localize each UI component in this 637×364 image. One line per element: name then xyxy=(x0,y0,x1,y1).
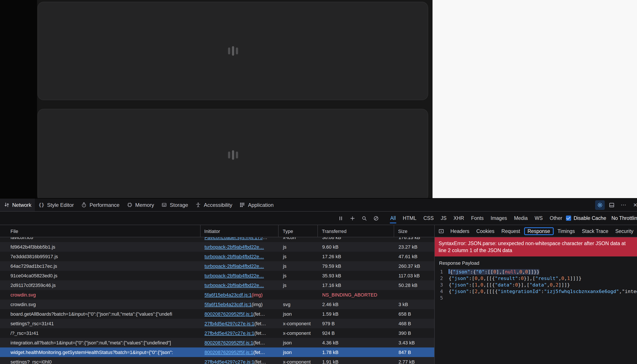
throttling-select[interactable]: No Throttling xyxy=(611,216,637,221)
pause-icon[interactable] xyxy=(336,213,345,223)
code-line-text: {"json":{"0":[[0],[null,0,0]]}} xyxy=(449,269,540,275)
initiator-link[interactable]: 27fb4d5e4297c27e.js:1 xyxy=(204,330,254,336)
line-number: 2 xyxy=(435,275,449,282)
column-header-file[interactable]: File xyxy=(0,225,200,237)
initiator-link[interactable]: turbopack-2bf9ab4fbd22e… xyxy=(204,254,264,259)
filter-fonts[interactable]: Fonts xyxy=(468,212,487,225)
transferred-cell: 35.93 kB xyxy=(318,271,394,280)
request-row[interactable]: settings?_rsc=i0hl027fb4d5e4297c27e.js:1… xyxy=(0,357,434,364)
tool-tab-label: Memory xyxy=(135,202,154,208)
file-cell: favicon.ico xyxy=(0,237,200,242)
error-banner: SyntaxError: JSON.parse: unexpected non-… xyxy=(435,237,637,256)
details-tab-timings[interactable]: Timings xyxy=(554,227,578,235)
code-line-text: {"json":[2,0,[[[{"integrationId":"izj5fw… xyxy=(449,288,637,295)
initiator-link[interactable]: turbopack-2bf9ab4fbd22e… xyxy=(204,244,264,250)
details-tab-bar: HeadersCookiesRequestResponseTimingsStac… xyxy=(435,225,637,237)
file-cell: integration.all?batch=1&input={"0":{"jso… xyxy=(0,338,200,348)
file-cell: settings?_rsc=31r41 xyxy=(0,319,200,328)
devtools-panel: Network{}Style EditorPerformanceMemorySt… xyxy=(0,198,637,364)
size-cell: 50.28 kB xyxy=(394,280,434,290)
type-cell: js xyxy=(279,280,318,290)
filter-js[interactable]: JS xyxy=(437,212,450,225)
filter-other[interactable]: Other xyxy=(546,212,566,225)
initiator-link[interactable]: 27fb4d5e4297c27e.js:1 xyxy=(204,321,254,326)
tool-tab-label: Application xyxy=(248,202,274,208)
details-tab-security[interactable]: Security xyxy=(612,227,636,235)
column-header-size[interactable]: Size xyxy=(394,225,434,237)
disable-cache-label: Disable Cache xyxy=(574,216,606,221)
request-row[interactable]: crowdin.svg5fa6f15eb4a23cdf.js:1 (img)sv… xyxy=(0,300,434,309)
checkbox-checked-icon xyxy=(566,216,571,221)
initiator-suffix: (img) xyxy=(252,302,263,307)
initiator-link[interactable]: 5fa6f15eb4a23cdf.js:1 xyxy=(204,302,252,307)
filter-ws[interactable]: WS xyxy=(531,212,546,225)
initiator-link[interactable]: turbopack-2bf9ab4fbd22e… xyxy=(204,282,264,288)
tool-tab-performance[interactable]: Performance xyxy=(77,198,123,211)
details-tab-cookies[interactable]: Cookies xyxy=(473,227,498,235)
initiator-cell: turbopack-2bf9ab4fbd22e… xyxy=(200,242,279,252)
tool-tab-application[interactable]: Application xyxy=(236,198,277,211)
details-tab-headers[interactable]: Headers xyxy=(447,227,472,235)
column-header-type[interactable]: Type xyxy=(279,225,318,237)
request-row[interactable]: 2d9117c0f2359c46.jsturbopack-2bf9ab4fbd2… xyxy=(0,280,434,290)
block-icon[interactable] xyxy=(371,213,381,223)
request-row[interactable]: board.getAllBoards?batch=1&input={"0":{"… xyxy=(0,309,434,319)
play-box-icon[interactable] xyxy=(437,227,445,235)
search-icon[interactable] xyxy=(359,213,369,223)
initiator-link[interactable]: 8002087620952f5f.js:1 xyxy=(204,311,253,316)
initiator-cell: turbopack-2bf9ab4fbd22e… xyxy=(200,252,279,261)
filter-xhr[interactable]: XHR xyxy=(450,212,468,225)
tool-tab-memory[interactable]: Memory xyxy=(123,198,158,211)
tool-tab-style-editor[interactable]: {}Style Editor xyxy=(35,198,77,211)
plus-icon[interactable] xyxy=(347,213,357,223)
request-row[interactable]: crowdin.svg5fa6f15eb4a23cdf.js:1 (img)NS… xyxy=(0,290,434,300)
details-tab-request[interactable]: Request xyxy=(498,227,523,235)
type-cell: js xyxy=(279,261,318,271)
filter-html[interactable]: HTML xyxy=(399,212,420,225)
request-row[interactable]: 7e3ddd3816b95917.jsturbopack-2bf9ab4fbd2… xyxy=(0,252,434,261)
initiator-link[interactable]: 8002087620952f5f.js:1 xyxy=(204,350,253,355)
request-row[interactable]: 64ac729ad1bc17ec.jsturbopack-2bf9ab4fbd2… xyxy=(0,261,434,271)
transferred-cell: 924 B xyxy=(318,328,394,338)
loading-card xyxy=(38,109,428,198)
filter-css[interactable]: CSS xyxy=(420,212,437,225)
initiator-link[interactable]: 5fa6f15eb4a23cdf.js:1 xyxy=(204,292,252,298)
request-row[interactable]: /?_rsc=31r4127fb4d5e4297c27e.js:1 (fet…x… xyxy=(0,328,434,338)
initiator-link[interactable]: 8002087620952f5f.js:1 xyxy=(204,340,253,345)
screen: Network{}Style EditorPerformanceMemorySt… xyxy=(0,0,637,364)
disable-cache-checkbox[interactable]: Disable Cache xyxy=(566,216,606,221)
request-row[interactable]: widget.healthMonitoring.getSystemHealthS… xyxy=(0,348,434,357)
request-list[interactable]: favicon.icoFaviconLoader.sys.mjs:175 …x-… xyxy=(0,237,434,364)
request-row[interactable]: integration.all?batch=1&input={"0":{"jso… xyxy=(0,338,434,348)
tool-tab-storage[interactable]: Storage xyxy=(158,198,192,211)
initiator-link[interactable]: 27fb4d5e4297c27e.js:1 xyxy=(204,359,254,364)
line-number: 4 xyxy=(435,288,449,295)
type-cell: x-component xyxy=(279,319,318,328)
initiator-link[interactable]: FaviconLoader.sys.mjs:175 xyxy=(204,237,263,240)
split-console-icon[interactable] xyxy=(607,200,616,210)
meatball-menu-icon[interactable]: ⋯ xyxy=(619,200,628,210)
initiator-cell: 27fb4d5e4297c27e.js:1 (fet… xyxy=(200,328,279,338)
initiator-link[interactable]: turbopack-2bf9ab4fbd22e… xyxy=(204,264,264,269)
tool-tab-accessibility[interactable]: Accessibility xyxy=(192,198,236,211)
initiator-link[interactable]: turbopack-2bf9ab4fbd22e… xyxy=(204,273,264,278)
request-row[interactable]: settings?_rsc=31r4127fb4d5e4297c27e.js:1… xyxy=(0,319,434,328)
code-line: 2{"json":[0,0,[[{"result":0}],["result",… xyxy=(435,275,637,282)
details-tab-response[interactable]: Response xyxy=(524,227,554,235)
request-row[interactable]: fd9642b4f3bbb5b1.jsturbopack-2bf9ab4fbd2… xyxy=(0,242,434,252)
details-tab-stack-trace[interactable]: Stack Trace xyxy=(579,227,611,235)
filter-all[interactable]: All xyxy=(387,212,399,225)
tool-tab-network[interactable]: Network xyxy=(0,198,35,211)
request-list-pane: FileInitiatorTypeTransferredSize favicon… xyxy=(0,225,435,364)
filter-media[interactable]: Media xyxy=(511,212,531,225)
braces-icon: {} xyxy=(38,202,45,208)
filter-images[interactable]: Images xyxy=(487,212,510,225)
request-row[interactable]: 91ce04ca05823ed0.jsturbopack-2bf9ab4fbd2… xyxy=(0,271,434,280)
settings-gear-icon[interactable] xyxy=(595,200,605,210)
close-icon[interactable]: ✕ xyxy=(630,200,637,210)
response-editor[interactable]: 1{"json":{"0":[[0],[null,0,0]]}}2{"json"… xyxy=(435,268,637,364)
file-cell: /?_rsc=31r41 xyxy=(0,328,200,338)
column-header-transferred[interactable]: Transferred xyxy=(318,225,394,237)
column-header-initiator[interactable]: Initiator xyxy=(200,225,279,237)
request-row[interactable]: favicon.icoFaviconLoader.sys.mjs:175 …x-… xyxy=(0,237,434,242)
